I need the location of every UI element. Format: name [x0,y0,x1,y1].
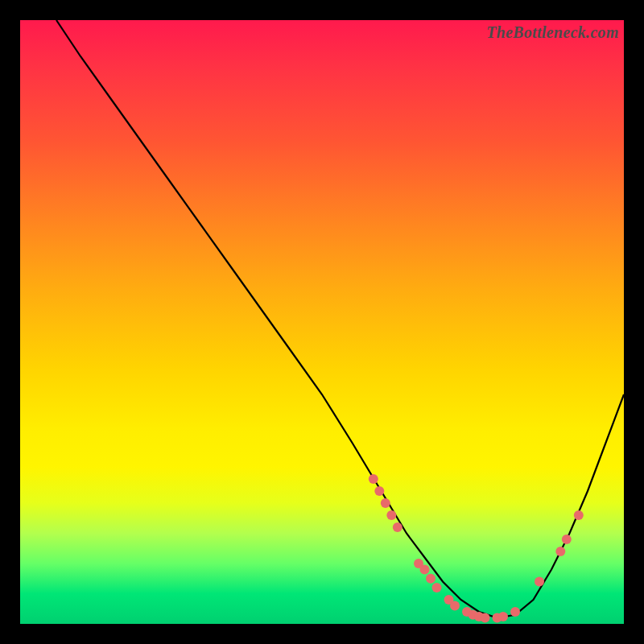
marker-dot [510,607,520,617]
marker-dot [393,522,402,532]
chart-frame: TheBottleneck.com [20,20,624,624]
marker-dot [555,547,565,556]
marker-dot [498,612,508,621]
marker-dot [562,535,572,544]
marker-dot [574,510,584,520]
chart-svg [20,20,624,624]
curve-markers [369,474,584,623]
marker-dot [369,474,378,484]
marker-dot [386,510,396,520]
marker-dot [450,601,460,611]
marker-dot [420,565,430,575]
marker-dot [374,486,384,496]
bottleneck-curve [56,20,624,618]
marker-dot [481,613,490,623]
marker-dot [535,577,544,587]
marker-dot [432,583,442,592]
marker-dot [426,574,436,584]
marker-dot [381,498,390,508]
